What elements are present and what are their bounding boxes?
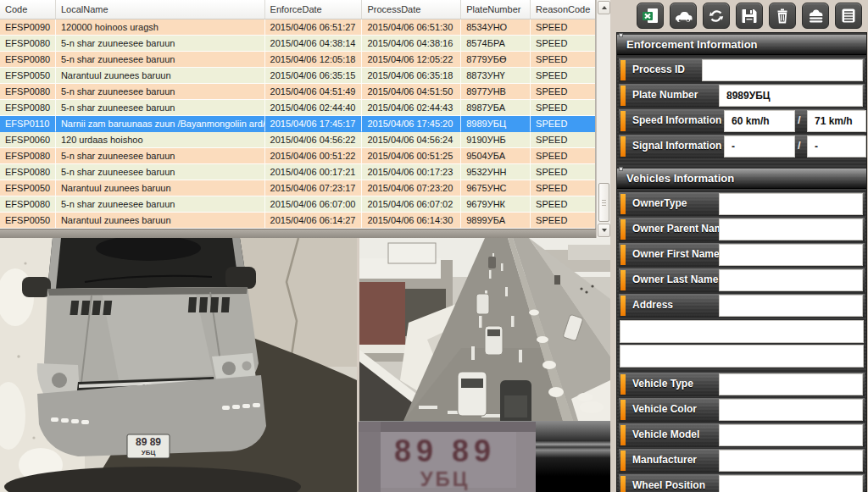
address-line-1[interactable] — [620, 320, 864, 343]
wheel-position-label: Wheel Position — [632, 479, 705, 491]
cell-code: EFSP0050 — [0, 213, 56, 229]
scrollbar-thumb[interactable] — [598, 183, 609, 222]
table-row-selected[interactable]: EFSP0110Narnii zam baruunaas zuun /Bayan… — [0, 116, 595, 132]
cell-reason-code: SPEED — [531, 52, 595, 68]
cell-reason-code: SPEED — [531, 36, 595, 52]
table-row[interactable]: EFSP00805-n shar zuuneesee baruun2015/04… — [0, 84, 595, 100]
save-icon — [740, 7, 759, 25]
cell-plate-number: 8534УНО — [461, 19, 531, 36]
cell-plate-number: 9675УНС — [461, 180, 531, 196]
table-row[interactable]: EFSP00805-n shar zuuneesee baruun2015/04… — [0, 52, 595, 68]
vehicle-color-input[interactable] — [719, 399, 863, 421]
signal-separator: / — [798, 139, 801, 152]
excel-export-icon — [641, 7, 659, 25]
save-button[interactable] — [736, 3, 763, 29]
ownertype-input[interactable] — [719, 193, 863, 215]
cell-reason-code: SPEED — [531, 84, 595, 100]
manufacturer-input[interactable] — [719, 450, 863, 472]
cell-local-name: 5-n shar zuuneesee baruun — [56, 100, 265, 116]
column-header-platenumber[interactable]: PlateNumber — [461, 0, 531, 19]
vehicle-button[interactable] — [670, 3, 697, 29]
cell-process-date: 2015/04/06 00:17:23 — [362, 164, 461, 180]
process-id-input[interactable] — [702, 59, 863, 81]
table-vertical-scrollbar[interactable] — [596, 0, 610, 238]
table-row[interactable]: EFSP0050Narantuul zuunees baruun2015/04/… — [0, 213, 595, 229]
report-button[interactable] — [835, 3, 862, 29]
owner-last-name-input[interactable] — [719, 269, 863, 291]
cell-enforce-date: 2015/04/06 04:51:49 — [265, 84, 363, 100]
cell-plate-number: 8779УБӨ — [461, 52, 531, 68]
column-header-localname[interactable]: LocalName — [56, 0, 265, 19]
vehicle-type-input[interactable] — [719, 373, 863, 395]
speed-information-label: Speed Information — [632, 114, 721, 126]
vehicle-list-button[interactable] — [802, 3, 829, 29]
speed-measured-input[interactable] — [807, 110, 866, 132]
cell-code: EFSP0110 — [0, 116, 56, 132]
scroll-down-button[interactable] — [598, 224, 610, 237]
cell-code: EFSP0060 — [0, 132, 56, 148]
cell-enforce-date: 2015/04/06 02:44:40 — [265, 100, 363, 116]
table-row[interactable]: EFSP0050Narantuul zuunees baruun2015/04/… — [0, 68, 595, 84]
column-header-enforcedate[interactable]: EnforceDate — [265, 0, 363, 19]
cell-process-date: 2015/04/06 02:44:43 — [362, 100, 461, 116]
table-row[interactable]: EFSP00805-n shar zuuneesee baruun2015/04… — [0, 196, 595, 213]
scroll-up-button[interactable] — [598, 1, 610, 14]
triangle-down-icon — [602, 229, 607, 232]
report-list-icon — [839, 7, 858, 25]
table-row[interactable]: EFSP00805-n shar zuuneesee baruun2015/04… — [0, 164, 595, 180]
address-input[interactable] — [719, 295, 863, 317]
cell-reason-code: SPEED — [531, 213, 595, 229]
delete-button[interactable] — [769, 3, 796, 29]
cell-reason-code: SPEED — [531, 164, 595, 180]
cell-local-name: 120000 hoinoos uragsh — [56, 19, 265, 36]
table-row[interactable]: EFSP0050Narantuul zuunees baruun2015/04/… — [0, 180, 595, 196]
cell-process-date: 2015/04/06 04:56:24 — [362, 132, 461, 148]
cell-enforce-date: 2015/04/06 06:35:15 — [265, 68, 363, 84]
cell-process-date: 2015/04/06 04:51:50 — [362, 84, 461, 100]
owner-first-name-input[interactable] — [719, 244, 863, 266]
horizontal-splitter[interactable] — [0, 229, 596, 238]
excel-export-button[interactable] — [637, 3, 664, 29]
owner-last-name-row: Owner Last Name — [619, 268, 865, 292]
cell-process-date: 2015/04/06 06:51:30 — [362, 19, 461, 36]
toolbar — [610, 0, 868, 32]
wheel-position-input[interactable] — [719, 475, 863, 492]
refresh-button[interactable] — [703, 3, 730, 29]
ownertype-row: OwnerType — [619, 192, 865, 216]
cell-code: EFSP0080 — [0, 164, 56, 180]
table-row[interactable]: EFSP0060120 urdaas hoishoo2015/04/06 04:… — [0, 132, 595, 148]
triangle-up-icon — [602, 6, 607, 9]
signal-value1-input[interactable] — [724, 135, 795, 158]
cell-code: EFSP0080 — [0, 148, 56, 164]
cell-local-name: 5-n shar zuuneesee baruun — [56, 52, 265, 68]
cell-reason-code: SPEED — [531, 132, 595, 148]
column-header-processdate[interactable]: ProcessDate — [362, 0, 461, 19]
column-header-reasoncode[interactable]: ReasonCode — [531, 0, 595, 19]
speed-limit-input[interactable] — [724, 110, 795, 132]
table-row[interactable]: EFSP00805-n shar zuuneesee baruun2015/04… — [0, 100, 595, 116]
section-corner-icon — [619, 33, 623, 37]
cell-enforce-date: 2015/04/06 12:05:18 — [265, 52, 363, 68]
cell-reason-code: SPEED — [531, 19, 595, 36]
vehicle-model-input[interactable] — [719, 424, 863, 446]
cell-plate-number: 9532УНН — [461, 164, 531, 180]
enforcement-section-header: Enforcement Information — [617, 35, 866, 55]
plate-number-input[interactable] — [719, 85, 863, 107]
table-row[interactable]: EFSP00805-n shar zuuneesee baruun2015/04… — [0, 148, 595, 164]
signal-value2-input[interactable] — [807, 135, 866, 158]
table-row[interactable]: EFSP0090120000 hoinoos uragsh2015/04/06 … — [0, 19, 595, 36]
plate-number-label: Plate Number — [632, 89, 698, 101]
column-header-code[interactable]: Code — [0, 0, 56, 19]
orange-accent-bar — [620, 136, 626, 157]
orange-accent-bar — [620, 86, 626, 106]
cell-plate-number: 9190УНБ — [461, 132, 531, 148]
information-panel: Enforcement Information Process ID Plate… — [616, 32, 867, 492]
orange-accent-bar — [620, 451, 626, 471]
owner-parent-name-input[interactable] — [719, 218, 863, 240]
cell-code: EFSP0080 — [0, 100, 56, 116]
cell-plate-number: 8989УБЦ — [461, 116, 531, 132]
orange-accent-bar — [620, 400, 626, 420]
table-row[interactable]: EFSP00805-n shar zuuneesee baruun2015/04… — [0, 36, 595, 52]
address-line-2[interactable] — [620, 345, 864, 368]
cell-local-name: Narantuul zuunees baruun — [56, 213, 265, 229]
